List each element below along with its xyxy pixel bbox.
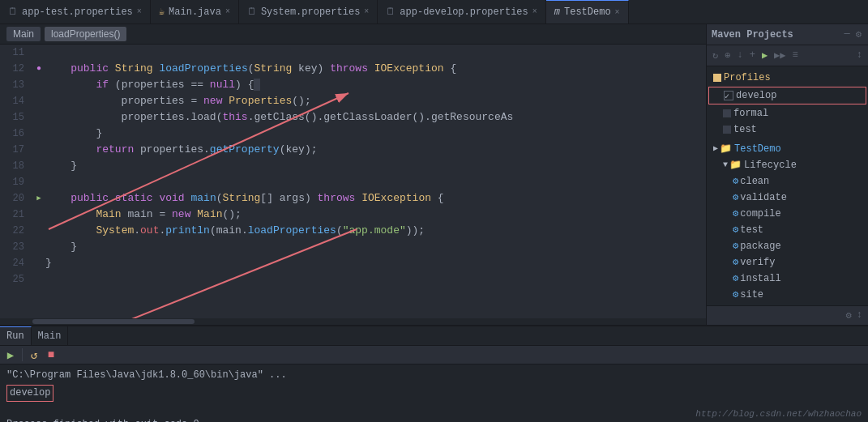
tab-testdemo[interactable]: m TestDemo × [546,0,629,23]
table-row: 15 properties.load(this.getClass().getCl… [0,109,706,126]
download-icon[interactable]: ↓ [734,48,745,63]
run-all-icon[interactable]: ▶▶ [772,48,788,63]
menu-icon[interactable]: ≡ [790,48,801,63]
table-row: 16 } [0,126,706,142]
table-row: 14 properties = new Properties(); [0,93,706,109]
lifecycle-install[interactable]: ⚙ install [707,271,868,287]
lifecycle-validate[interactable]: ⚙ validate [707,190,868,206]
file-icon: 🗒 [247,6,257,18]
tab-label: TestDemo [564,6,611,18]
collapse-icon[interactable]: ↕ [854,48,865,63]
scroll-thumb [32,319,195,324]
profiles-section-header[interactable]: Profiles [707,70,868,86]
run-icon[interactable]: ▶ [759,48,770,63]
lifecycle-test[interactable]: ⚙ test [707,222,868,238]
gear-icon: ⚙ [733,239,738,254]
minimize-icon[interactable]: — [843,28,852,41]
maven-icons: — ⚙ [843,28,863,41]
project-folder-icon: 📁 [720,142,732,156]
lifecycle-package-label: package [740,239,780,254]
lifecycle-verify[interactable]: ⚙ verify [707,254,868,271]
close-icon[interactable]: × [615,8,620,17]
gear-icon: ⚙ [733,288,738,302]
maven-tree[interactable]: Profiles develop formal test ▶ 📁 Tes [707,66,868,305]
editor-toolbar: Main loadProperties() [0,24,706,45]
profile-develop-label: develop [736,88,776,103]
profile-formal[interactable]: formal [707,105,868,121]
checkbox-test[interactable] [723,126,731,134]
lifecycle-site[interactable]: ⚙ site [707,287,868,303]
tab-main-label: Main [38,330,62,342]
settings-icon[interactable]: ⚙ [854,28,863,41]
lifecycle-clean-label: clean [740,174,769,189]
add-icon[interactable]: ⊕ [722,48,733,63]
list-item: "C:\Program Files\Java\jdk1.8.0_60\bin\j… [6,368,862,383]
tab-app-test[interactable]: 🗒 app-test.properties × [0,0,151,23]
table-row: 17 return properties.getProperty(key); [0,142,706,158]
maven-panel: Maven Projects — ⚙ ↻ ⊕ ↓ + ▶ ▶▶ ≡ ↕ Prof… [706,24,868,325]
tab-label: app-develop.properties [400,6,528,18]
lifecycle-clean[interactable]: ⚙ clean [707,173,868,190]
close-icon[interactable]: × [137,7,142,16]
watermark: http://blog.csdn.net/whzhaochao [695,409,862,419]
table-row: 13 if (properties == null) { [0,77,706,93]
horizontal-scrollbar[interactable] [0,318,706,325]
refresh-icon[interactable]: ↻ [710,48,720,63]
bottom-tab-bar: Run Main [0,326,868,346]
code-editor[interactable]: 11 12 ● public String loadProperties(Str… [0,45,706,318]
table-row: 24 } [0,255,706,271]
rerun-button[interactable]: ↺ [27,347,41,362]
table-row: 18 } [0,158,706,174]
lifecycle-validate-label: validate [740,190,787,205]
lifecycle-folder-icon: 📁 [729,158,742,173]
lifecycle-compile-label: compile [740,207,780,221]
tab-run[interactable]: Run [0,326,32,345]
checkbox-formal[interactable] [723,109,731,117]
profile-test-label: test [733,122,757,137]
run-button[interactable]: ▶ [3,347,18,362]
editor-container: Main loadProperties() 11 12 ● public Str… [0,24,706,325]
maven-expand-icon[interactable]: ↕ [854,308,865,323]
list-item: develop [6,383,862,402]
close-icon[interactable]: × [364,7,369,16]
gear-icon: ⚙ [733,255,738,270]
gear-icon: ⚙ [733,174,738,189]
tab-main-java[interactable]: ☕ Main.java × [151,0,239,23]
bottom-panel: Run Main ▶ ↺ ■ "C:\Program Files\Java\jd… [0,325,868,422]
bottom-content[interactable]: "C:\Program Files\Java\jdk1.8.0_60\bin\j… [0,364,868,422]
load-properties-button[interactable]: loadProperties() [45,27,126,41]
project-label: TestDemo [734,142,781,156]
develop-box: develop [6,385,53,402]
plus-icon[interactable]: + [747,48,758,63]
tab-run-label: Run [6,330,24,342]
lifecycle-package[interactable]: ⚙ package [707,238,868,254]
lifecycle-site-label: site [740,288,763,302]
tab-bar: 🗒 app-test.properties × ☕ Main.java × 🗒 … [0,0,868,24]
lifecycle-test-label: test [740,223,763,237]
checkbox-develop[interactable] [724,91,733,100]
table-row: 25 [0,271,706,288]
maven-header: Maven Projects — ⚙ [707,24,868,45]
maven-toolbar: ↻ ⊕ ↓ + ▶ ▶▶ ≡ ↕ [707,45,868,66]
file-icon: m [554,6,560,18]
close-icon[interactable]: × [225,7,230,16]
lifecycle-label: Lifecycle [744,158,797,173]
tab-main[interactable]: Main [32,326,69,345]
table-row: 21 Main main = new Main(); [0,207,706,223]
file-icon: ☕ [159,6,165,18]
profile-develop[interactable]: develop [708,87,866,104]
bottom-toolbar: ▶ ↺ ■ [0,346,868,364]
close-icon[interactable]: × [532,7,537,16]
tab-system-properties[interactable]: 🗒 System.properties × [239,0,378,23]
profile-test[interactable]: test [707,121,868,138]
stop-button[interactable]: ■ [44,347,58,362]
divider [22,348,23,361]
project-testdemo[interactable]: ▶ 📁 TestDemo [707,141,868,157]
gear-icon: ⚙ [733,207,738,221]
lifecycle-section[interactable]: ▼ 📁 Lifecycle [707,157,868,173]
lifecycle-compile[interactable]: ⚙ compile [707,206,868,222]
maven-title: Maven Projects [712,29,793,40]
main-button[interactable]: Main [6,27,41,41]
maven-settings-icon[interactable]: ⚙ [844,308,854,323]
tab-app-develop[interactable]: 🗒 app-develop.properties × [378,0,545,23]
